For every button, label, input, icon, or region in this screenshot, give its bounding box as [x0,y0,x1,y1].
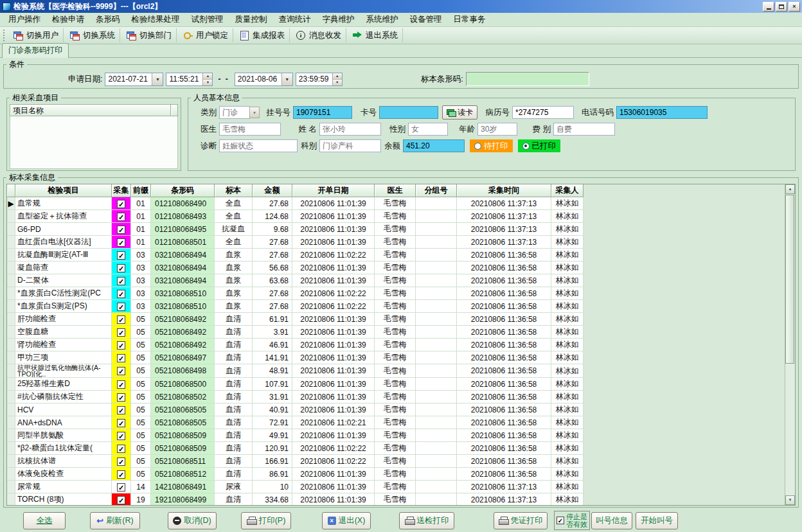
toolbar-button[interactable]: 集成报表 [235,28,290,42]
collect-checkbox-cell[interactable]: ✓ [112,429,131,442]
exit-button[interactable]: ×退出(X) [322,512,371,529]
table-row[interactable]: ANA+dsDNA✓05052108068505血清72.9120210806 … [7,416,584,429]
checkbox-checked-icon[interactable]: ✓ [117,251,125,260]
collect-checkbox-cell[interactable]: ✓ [112,416,131,429]
checkbox-checked-icon[interactable]: ✓ [117,483,125,492]
collect-checkbox-cell[interactable]: ✓ [112,378,131,391]
column-header[interactable]: 分组号 [416,184,457,197]
collect-checkbox-cell[interactable]: ✓ [112,442,131,455]
menu-item[interactable]: 系统维护 [361,13,404,26]
phone-field[interactable]: 15306019035 [616,106,708,119]
menu-item[interactable]: 用户操作 [3,13,46,26]
pending-print-radio[interactable]: 待打印 [470,139,513,152]
item-name-column-header[interactable]: 项目名称 [10,105,171,116]
table-row[interactable]: 肾功能检查✓05052108068492血清46.9120210806 11:0… [7,339,584,351]
start-call-button[interactable]: 开始叫号 [636,512,678,529]
print-button[interactable]: 打印(P) [241,512,291,529]
column-header[interactable]: 检验项目 [15,184,112,197]
collect-checkbox-cell[interactable]: ✓ [112,223,131,236]
table-row[interactable]: HCV✓05052108068505血清40.9120210806 11:01:… [7,403,584,416]
sex-field[interactable]: 女 [408,123,448,136]
close-button[interactable]: × [789,2,800,12]
stop-valid-checkbox[interactable]: ✓ 停止是否有效 [554,511,590,530]
menu-item[interactable]: 设备管理 [404,13,448,26]
menu-item[interactable]: 查询统计 [273,13,317,26]
regno-field[interactable]: 19079151 [293,106,352,119]
chevron-down-icon[interactable]: ▼ [152,73,163,85]
menu-item[interactable]: 检验结果处理 [126,13,186,26]
checkbox-checked-icon[interactable]: ✓ [117,238,125,247]
checkbox-checked-icon[interactable]: ✓ [117,328,125,337]
scrollbar-thumb[interactable] [785,195,794,364]
table-row[interactable]: #抗心磷脂抗体定性✓05052108068502血清31.9120210806 … [7,391,584,403]
table-row[interactable]: 抗凝血酶Ⅲ测定(AT-Ⅲ✓03032108068494血浆27.68202108… [7,249,584,262]
collect-checkbox-cell[interactable]: ✓ [112,468,131,481]
menu-item[interactable]: 日常事务 [448,13,492,26]
collect-checkbox-cell[interactable]: ✓ [112,197,131,210]
table-row[interactable]: ▶血常规✓01012108068490全血27.6820210806 11:01… [7,197,584,210]
checkbox-checked-icon[interactable]: ✓ [117,213,125,221]
type-select[interactable]: 门诊 [219,106,250,119]
checkbox-checked-icon[interactable]: ✓ [117,200,125,208]
toolbar-button[interactable]: 退出系统 [348,28,403,42]
collect-checkbox-cell[interactable]: ✓ [112,326,131,339]
collect-checkbox-cell[interactable]: ✓ [112,313,131,326]
checkbox-checked-icon[interactable]: ✓ [117,457,125,466]
table-row[interactable]: 血红蛋白电泳[仪器法]✓01012108068501全血27.682021080… [7,236,584,249]
cancel-button[interactable]: 取消(D) [168,512,217,529]
diagnosis-field[interactable]: 妊娠状态 [219,139,298,152]
checkbox-checked-icon[interactable]: ✓ [117,226,125,234]
time-from-spinner[interactable]: 11:55:21▲▼ [166,73,213,86]
checkbox-checked-icon[interactable]: ✓ [117,393,125,402]
spin-up-icon[interactable]: ▲ [203,73,212,80]
collect-checkbox-cell[interactable]: ✓ [112,249,131,262]
specimen-barcode-input[interactable] [466,72,589,86]
collect-checkbox-cell[interactable]: ✓ [112,493,131,506]
scroll-up-icon[interactable]: ▲ [785,184,795,194]
column-header[interactable]: 条形码 [151,184,215,197]
menu-item[interactable]: 质量控制 [229,13,273,26]
checkbox-checked-icon[interactable]: ✓ [117,470,125,479]
collect-checkbox-cell[interactable]: ✓ [112,364,131,378]
table-row[interactable]: 尿常规✓14142108068491尿液1020210806 11:01:39毛… [7,481,584,493]
checkbox-checked-icon[interactable]: ✓ [117,380,125,389]
collect-checkbox-cell[interactable]: ✓ [112,274,131,287]
collect-checkbox-cell[interactable]: ✓ [112,300,131,313]
fee-type-field[interactable]: 自费 [553,123,615,136]
table-row[interactable]: TORCH (8项)✓19192108068499血清334.682021080… [7,493,584,506]
collect-checkbox-cell[interactable]: ✓ [112,351,131,364]
spin-up-icon[interactable]: ▲ [333,73,342,80]
spin-down-icon[interactable]: ▼ [333,80,342,85]
table-row[interactable]: 空腹血糖✓05052108068492血清3.9120210806 11:01:… [7,326,584,339]
table-row[interactable]: 同型半胱氨酸✓05052108068509血清49.9120210806 11:… [7,429,584,442]
column-header[interactable]: 开单日期 [292,184,375,197]
table-row[interactable]: 抗核抗体谱✓05052108068511血清166.9120210806 11:… [7,455,584,468]
collect-checkbox-cell[interactable]: ✓ [112,455,131,468]
column-header[interactable]: 采集 [112,184,131,197]
menu-item[interactable]: 字典维护 [317,13,361,26]
scroll-down-icon[interactable]: ▼ [785,495,795,505]
collect-checkbox-cell[interactable]: ✓ [112,391,131,403]
toolbar-button[interactable]: 切换系统 [65,28,120,42]
column-header[interactable]: 采集人 [551,184,584,197]
select-all-button[interactable]: 全选 [23,512,66,529]
table-row[interactable]: 肝功能检查✓05052108068492血清61.9120210806 11:0… [7,313,584,326]
send-print-button[interactable]: 送检打印 [399,512,454,529]
chevron-down-icon[interactable]: ▼ [281,73,292,85]
column-header[interactable]: 前缀 [131,184,151,197]
collect-checkbox-cell[interactable]: ✓ [112,262,131,274]
mrn-field[interactable]: *2747275 [512,106,574,119]
table-row[interactable]: 甲功三项✓05052108068497血清141.9120210806 11:0… [7,351,584,364]
minimize-button[interactable] [763,2,774,12]
column-header[interactable]: 金额 [253,184,292,197]
read-card-button[interactable]: 读卡 [442,105,477,120]
collect-checkbox-cell[interactable]: ✓ [112,287,131,300]
table-row[interactable]: 25羟基维生素D✓05052108068500血清107.9120210806 … [7,378,584,391]
checkbox-checked-icon[interactable]: ✓ [117,303,125,311]
toolbar-button[interactable]: 切换部门 [121,28,177,42]
scrollbar-track[interactable] [785,194,795,495]
date-from-select[interactable]: 2021-07-21▼ [105,73,163,86]
dept-field[interactable]: 门诊产科 [319,139,381,152]
checkbox-checked-icon[interactable]: ✓ [117,354,125,362]
table-row[interactable]: 体液免疫检查✓05052108068512血清86.9120210806 11:… [7,468,584,481]
